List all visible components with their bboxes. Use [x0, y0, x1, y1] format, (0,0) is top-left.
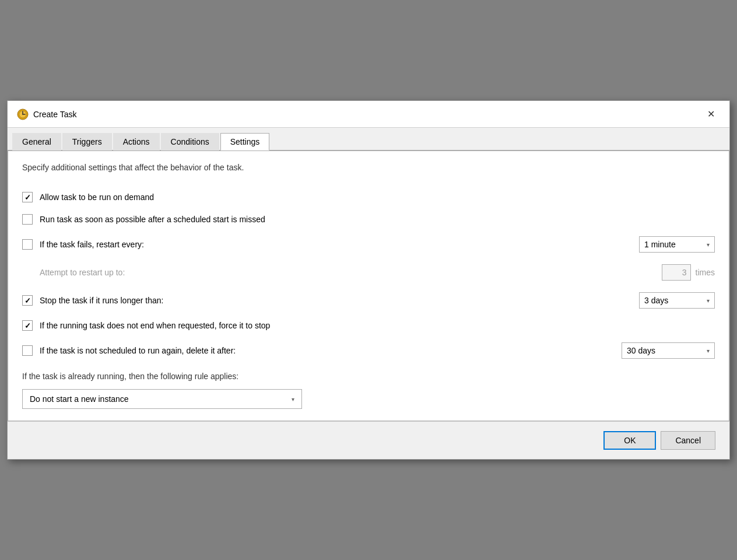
force-stop-checkbox[interactable] [22, 320, 33, 331]
delete-after-checkbox[interactable] [22, 345, 33, 356]
delete-after-row: If the task is not scheduled to run agai… [22, 337, 715, 365]
instance-rule-value: Do not start a new instance [30, 394, 129, 404]
settings-description: Specify additional settings that affect … [22, 163, 715, 172]
run-missed-label: Run task as soon as possible after a sch… [40, 215, 265, 224]
restart-fails-label: If the task fails, restart every: [40, 240, 144, 249]
restart-attempts-control: times [662, 264, 715, 281]
allow-demand-label: Allow task to be run on demand [40, 192, 154, 202]
delete-after-label: If the task is not scheduled to run agai… [40, 346, 236, 355]
force-stop-label: If the running task does not end when re… [40, 321, 270, 330]
restart-fails-row: If the task fails, restart every: 1 minu… [22, 230, 715, 258]
restart-interval-arrow: ▾ [707, 242, 710, 248]
stop-longer-dropdown[interactable]: 3 days ▾ [639, 292, 715, 309]
tab-triggers[interactable]: Triggers [62, 133, 112, 150]
ok-button[interactable]: OK [603, 431, 656, 450]
restart-interval-dropdown[interactable]: 1 minute ▾ [639, 236, 715, 253]
stop-longer-label: Stop the task if it runs longer than: [40, 296, 163, 305]
tab-settings[interactable]: Settings [220, 133, 270, 150]
close-button[interactable]: ✕ [701, 107, 720, 121]
allow-demand-checkbox[interactable] [22, 192, 33, 202]
delete-after-left: If the task is not scheduled to run agai… [22, 345, 615, 356]
title-bar: Create Task ✕ [8, 101, 729, 128]
force-stop-row: If the running task does not end when re… [22, 314, 715, 337]
task-scheduler-icon [17, 108, 29, 120]
stop-longer-value: 3 days [644, 296, 668, 305]
restart-attempts-input[interactable] [662, 264, 691, 281]
stop-longer-checkbox[interactable] [22, 295, 33, 306]
dialog-title: Create Task [33, 110, 76, 119]
tab-conditions[interactable]: Conditions [161, 133, 219, 150]
instance-rule-arrow: ▾ [292, 396, 294, 402]
stop-longer-arrow: ▾ [707, 298, 710, 304]
rule-label: If the task is already running, then the… [22, 365, 715, 387]
tab-bar: General Triggers Actions Conditions Sett… [8, 128, 729, 150]
restart-attempts-left: Attempt to restart up to: [40, 268, 655, 277]
restart-fails-left: If the task fails, restart every: [22, 239, 632, 250]
stop-longer-left: Stop the task if it runs longer than: [22, 295, 632, 306]
button-bar: OK Cancel [8, 421, 729, 459]
delete-after-value: 30 days [627, 346, 655, 355]
settings-section: Allow task to be run on demand Run task … [22, 186, 715, 409]
restart-fails-checkbox[interactable] [22, 239, 33, 250]
cancel-button[interactable]: Cancel [661, 431, 715, 450]
tab-general[interactable]: General [12, 133, 61, 150]
restart-interval-value: 1 minute [644, 240, 676, 249]
settings-tab-content: Specify additional settings that affect … [8, 150, 729, 421]
allow-demand-row: Allow task to be run on demand [22, 186, 715, 208]
delete-after-arrow: ▾ [707, 348, 710, 354]
restart-attempts-row: Attempt to restart up to: times [22, 258, 715, 286]
create-task-dialog: Create Task ✕ General Triggers Actions C… [7, 100, 730, 460]
run-missed-row: Run task as soon as possible after a sch… [22, 208, 715, 230]
stop-longer-row: Stop the task if it runs longer than: 3 … [22, 286, 715, 314]
tab-actions[interactable]: Actions [113, 133, 160, 150]
title-bar-left: Create Task [17, 108, 76, 120]
instance-rule-dropdown[interactable]: Do not start a new instance ▾ [22, 389, 302, 409]
times-label: times [696, 268, 715, 277]
restart-attempts-label: Attempt to restart up to: [40, 268, 125, 277]
delete-after-dropdown[interactable]: 30 days ▾ [622, 342, 715, 359]
run-missed-checkbox[interactable] [22, 214, 33, 225]
